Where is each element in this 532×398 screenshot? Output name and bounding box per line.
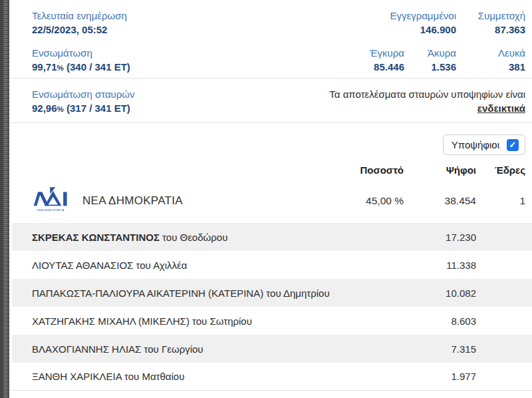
party-percent: 45,00 % bbox=[331, 195, 404, 207]
candidate-votes: 11.338 bbox=[404, 260, 476, 271]
valid-value: 85.446 bbox=[358, 60, 404, 74]
checkbox-checked-icon[interactable]: ✓ bbox=[507, 139, 519, 151]
participation-stat: Συμμετοχή 87.363 bbox=[456, 9, 525, 37]
percent-sign: % bbox=[57, 105, 64, 113]
cross-integration-stat: Ενσωμάτωση σταυρών 92,96% (317 / 341 ΕΤ) bbox=[32, 87, 135, 122]
last-update-label: Τελευταία ενημέρωση bbox=[32, 9, 127, 23]
crosses-section: Ενσωμάτωση σταυρών 92,96% (317 / 341 ΕΤ)… bbox=[12, 79, 532, 123]
registered-value: 146.900 bbox=[370, 23, 456, 37]
nd-logo-caption: ΝΕΑ ΔΗΜΟΚΡΑΤΙΑ bbox=[37, 208, 65, 212]
candidate-row: ΒΛΑΧΟΓΙΑΝΝΗΣ ΗΛΙΑΣ του Γεωργίου 7.315 bbox=[12, 335, 532, 363]
candidate-patronymic: του Θεοδώρου bbox=[160, 232, 227, 243]
candidate-votes: 1.977 bbox=[404, 371, 476, 382]
candidate-row: ΞΑΝΘΗ ΧΑΡΙΚΛΕΙΑ του Ματθαίου 1.977 bbox=[12, 363, 532, 391]
candidates-toggle-label: Υποψήφιοι bbox=[452, 139, 499, 150]
blank-value: 381 bbox=[456, 60, 525, 74]
candidate-patronymic: του Δημητρίου bbox=[263, 288, 329, 299]
election-results-page: Τελευταία ενημέρωση 22/5/2023, 05:52 Εγγ… bbox=[12, 0, 532, 398]
participation-label: Συμμετοχή bbox=[456, 9, 525, 23]
party-name: ΝΕΑ ΔΗΜΟΚΡΑΤΙΑ bbox=[82, 194, 183, 208]
candidate-name: ΛΙΟΥΤΑΣ ΑΘΑΝΑΣΙΟΣ bbox=[32, 260, 133, 271]
blank-label: Λευκά bbox=[456, 46, 525, 60]
candidate-name: ΒΛΑΧΟΓΙΑΝΝΗΣ ΗΛΙΑΣ bbox=[32, 343, 141, 355]
header-percent: Ποσοστό bbox=[331, 164, 404, 176]
indicative-note-line1: Τα αποτελέσματα σταυρών υποψηφίων είναι bbox=[329, 87, 525, 101]
integration-stat: Ενσωμάτωση 99,71% (340 / 341 ΕΤ) bbox=[32, 46, 130, 75]
invalid-stat: Άκυρα 1.536 bbox=[404, 46, 456, 74]
nd-party-logo: ΝΕΑ ΔΗΜΟΚΡΑΤΙΑ bbox=[32, 186, 70, 216]
indicative-link[interactable]: ενδεικτικά bbox=[477, 102, 525, 114]
cross-integration-value: 92,96% (317 / 341 ΕΤ) bbox=[32, 101, 135, 116]
candidate-row: ΠΑΠΑΚΩΣΤΑ-ΠΑΛΙΟΥΡΑ ΑΙΚΑΤΕΡΙΝΗ (ΚΑΤΕΡΙΝΑ)… bbox=[12, 279, 532, 307]
left-edge-artifact bbox=[0, 0, 9, 398]
registered-stat: Εγγεγραμμένοι 146.900 bbox=[370, 9, 456, 37]
integration-label: Ενσωμάτωση bbox=[32, 46, 130, 60]
candidate-name: ΣΚΡΕΚΑΣ ΚΩΝΣΤΑΝΤΙΝΟΣ bbox=[32, 232, 160, 243]
integration-value: 99,71% (340 / 341 ΕΤ) bbox=[32, 60, 130, 75]
invalid-value: 1.536 bbox=[404, 60, 456, 74]
valid-label: Έγκυρα bbox=[358, 46, 404, 60]
candidate-name: ΠΑΠΑΚΩΣΤΑ-ΠΑΛΙΟΥΡΑ ΑΙΚΑΤΕΡΙΝΗ (ΚΑΤΕΡΙΝΑ) bbox=[32, 288, 263, 299]
candidate-votes: 8.603 bbox=[404, 315, 476, 327]
results-table-header: Ποσοστό Ψήφοι Έδρες bbox=[12, 160, 532, 179]
last-update-stat: Τελευταία ενημέρωση 22/5/2023, 05:52 bbox=[32, 9, 127, 37]
candidate-name: ΞΑΝΘΗ ΧΑΡΙΚΛΕΙΑ bbox=[32, 371, 122, 382]
candidate-votes: 10.082 bbox=[404, 288, 476, 299]
summary-stats: Τελευταία ενημέρωση 22/5/2023, 05:52 Εγγ… bbox=[12, 0, 532, 79]
registered-label: Εγγεγραμμένοι bbox=[370, 9, 456, 23]
candidate-patronymic: του Σωτηρίου bbox=[190, 315, 252, 327]
cross-integration-label: Ενσωμάτωση σταυρών bbox=[32, 87, 135, 101]
party-seats: 1 bbox=[476, 195, 525, 207]
candidate-votes: 17.230 bbox=[404, 232, 476, 243]
percent-sign: % bbox=[57, 64, 64, 72]
candidate-row: ΛΙΟΥΤΑΣ ΑΘΑΝΑΣΙΟΣ του Αχιλλέα 11.338 bbox=[12, 251, 532, 279]
last-update-value: 22/5/2023, 05:52 bbox=[32, 23, 127, 37]
participation-value: 87.363 bbox=[456, 23, 525, 37]
candidate-row: ΣΚΡΕΚΑΣ ΚΩΝΣΤΑΝΤΙΝΟΣ του Θεοδώρου 17.230 bbox=[12, 223, 532, 251]
toolbar: Υποψήφιοι ✓ bbox=[12, 123, 532, 155]
header-seats: Έδρες bbox=[476, 164, 525, 176]
candidate-name: ΧΑΤΖΗΓΑΚΗΣ ΜΙΧΑΗΛ (ΜΙΚΕΛΗΣ) bbox=[32, 315, 190, 327]
candidate-patronymic: του Γεωργίου bbox=[141, 343, 203, 355]
indicative-note: Τα αποτελέσματα σταυρών υποψηφίων είναι … bbox=[329, 87, 525, 122]
candidates-list: ΣΚΡΕΚΑΣ ΚΩΝΣΤΑΝΤΙΝΟΣ του Θεοδώρου 17.230… bbox=[12, 223, 532, 391]
invalid-label: Άκυρα bbox=[404, 46, 456, 60]
candidate-patronymic: του Ματθαίου bbox=[122, 371, 185, 382]
party-votes: 38.454 bbox=[404, 195, 476, 207]
header-votes: Ψήφοι bbox=[404, 164, 476, 176]
valid-stat: Έγκυρα 85.446 bbox=[358, 46, 404, 74]
candidate-row: ΧΑΤΖΗΓΑΚΗΣ ΜΙΧΑΗΛ (ΜΙΚΕΛΗΣ) του Σωτηρίου… bbox=[12, 307, 532, 335]
party-row: ΝΕΑ ΔΗΜΟΚΡΑΤΙΑ ΝΕΑ ΔΗΜΟΚΡΑΤΙΑ 45,00 % 38… bbox=[12, 179, 532, 223]
candidates-toggle-button[interactable]: Υποψήφιοι ✓ bbox=[443, 134, 525, 155]
candidate-patronymic: του Αχιλλέα bbox=[133, 260, 187, 271]
blank-stat: Λευκά 381 bbox=[456, 46, 525, 74]
candidate-votes: 7.315 bbox=[404, 343, 476, 355]
